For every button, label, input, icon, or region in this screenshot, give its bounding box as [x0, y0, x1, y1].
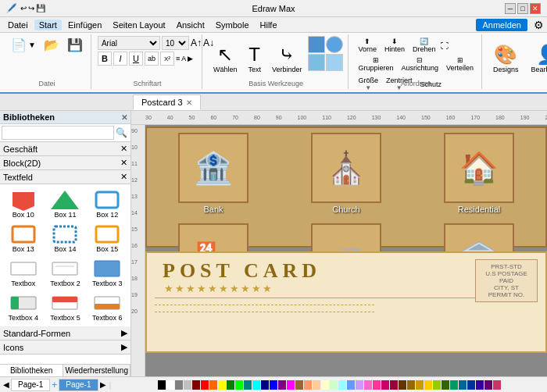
anmelden-button[interactable]: Anmelden — [476, 19, 527, 31]
page-tab-page1[interactable]: Page-1 — [11, 379, 50, 391]
hinten-button[interactable]: ⬇ Hinten — [381, 36, 408, 55]
color-swatch[interactable] — [476, 380, 484, 390]
color-swatch[interactable] — [467, 380, 475, 390]
new-button[interactable]: 📄 ▼ — [8, 36, 39, 54]
menu-hilfe[interactable]: Hilfe — [256, 20, 282, 30]
designs-button[interactable]: 🎨 Designs — [488, 36, 524, 81]
color-swatch[interactable] — [252, 380, 260, 390]
color-swatch[interactable] — [493, 380, 501, 390]
city-item-bank[interactable]: 🏦 Bank — [147, 128, 280, 219]
doc-tab-postcard3[interactable]: Postcard 3 ✕ — [133, 94, 201, 110]
menu-einfuegen[interactable]: Einfügen — [63, 20, 106, 30]
underline-button[interactable]: U — [129, 52, 143, 66]
lib-section-block2d[interactable]: Block(2D) ✕ — [0, 156, 130, 170]
increase-font-icon[interactable]: A↑ — [191, 37, 202, 48]
rect-tool[interactable] — [308, 36, 325, 53]
color-swatch[interactable] — [184, 380, 191, 390]
lib-section-textfeld[interactable]: Textfeld ✕ — [0, 170, 130, 184]
shape-textbox4[interactable]: Textbox 4 — [3, 290, 44, 323]
bearbeiten-button[interactable]: 👤 Bearbeiten — [527, 36, 547, 81]
doc-tab-close[interactable]: ✕ — [186, 98, 192, 107]
shape-box14[interactable]: Box 14 — [45, 222, 86, 255]
color-swatch[interactable] — [416, 380, 424, 390]
open-button[interactable]: 📂 — [41, 36, 63, 54]
color-swatch[interactable] — [235, 380, 243, 390]
shape-textbox6[interactable]: Textbox 6 — [87, 290, 127, 323]
color-swatch[interactable] — [450, 380, 458, 390]
expand-icon[interactable]: ⛶ — [441, 41, 449, 50]
vorne-button[interactable]: ⬆ Vorne — [355, 36, 380, 55]
color-icon[interactable]: A — [181, 55, 186, 62]
verteilen-button[interactable]: ⊞ Verteilen — [443, 55, 477, 73]
shape-box15[interactable]: Box 15 — [87, 222, 127, 255]
color-swatch[interactable] — [175, 380, 183, 390]
font-family-select[interactable]: Arial — [98, 36, 160, 50]
text-button[interactable]: T Text — [243, 36, 266, 81]
city-item-church[interactable]: ⛪ Church — [280, 128, 413, 219]
superscript-button[interactable]: X² — [160, 52, 174, 66]
drehen-button[interactable]: 🔄 Drehen — [409, 36, 439, 55]
color-swatch[interactable] — [390, 380, 398, 390]
strikethrough-button[interactable]: ab — [145, 52, 159, 66]
color-swatch[interactable] — [381, 380, 389, 390]
color-swatch[interactable] — [364, 380, 372, 390]
lib-section-geschaeft[interactable]: Geschäft ✕ — [0, 142, 130, 156]
menu-ansicht[interactable]: Ansicht — [172, 20, 209, 30]
shape-box13[interactable]: Box 13 — [3, 222, 44, 255]
list-icon[interactable]: ≡ — [176, 55, 180, 62]
save-icon[interactable]: 💾 — [36, 4, 45, 12]
maximize-button[interactable]: □ — [517, 3, 528, 14]
color-swatch[interactable] — [287, 380, 295, 390]
redo-icon[interactable]: ↪ — [28, 4, 34, 12]
star-tool[interactable] — [326, 54, 343, 71]
add-page-btn[interactable]: + — [52, 380, 57, 390]
color-swatch[interactable] — [330, 380, 338, 390]
lib-section-standard-formen[interactable]: Standard-Formen ▶ — [0, 326, 130, 340]
color-swatch[interactable] — [433, 380, 441, 390]
color-swatch[interactable] — [347, 380, 355, 390]
menu-datei[interactable]: Datei — [3, 20, 33, 30]
color-swatch[interactable] — [261, 380, 269, 390]
sidebar-collapse-icon[interactable]: ✕ — [121, 113, 127, 122]
color-swatch[interactable] — [158, 380, 166, 390]
postcard-bottom-card[interactable]: POST CARD ★★★★★★★★★★ PRST-STD U.S POSTAG… — [145, 251, 547, 353]
color-swatch[interactable] — [321, 380, 329, 390]
shape-box12[interactable]: Box 12 — [87, 187, 127, 220]
waehlen-button[interactable]: ↖ Wählen — [209, 36, 242, 81]
color-swatch[interactable] — [407, 380, 415, 390]
close-button[interactable]: ✕ — [530, 3, 541, 14]
shape-textbox2[interactable]: Textbox 2 — [45, 256, 86, 289]
prev-page-btn[interactable]: ◀ — [3, 380, 9, 389]
ausrichtung-button[interactable]: ⊟ Ausrichtung — [399, 55, 442, 73]
sidebar-btab-bibliotheken[interactable]: Bibliotheken — [0, 365, 63, 376]
shape-textbox5[interactable]: Textbox 5 — [45, 290, 86, 323]
save-ribbon-button[interactable]: 💾 — [64, 36, 86, 54]
color-swatch[interactable] — [338, 380, 346, 390]
settings-icon[interactable]: ⚙ — [534, 19, 544, 31]
color-swatch[interactable] — [192, 380, 200, 390]
text-color-icon[interactable]: ▶ — [188, 55, 193, 62]
color-swatch[interactable] — [227, 380, 234, 390]
color-swatch[interactable] — [313, 380, 320, 390]
oval-tool[interactable] — [326, 36, 343, 53]
shape-textbox1[interactable]: Textbox — [3, 256, 44, 289]
color-swatch[interactable] — [244, 380, 252, 390]
bold-button[interactable]: B — [98, 52, 112, 66]
minimize-button[interactable]: ─ — [505, 3, 516, 14]
triangle-tool[interactable] — [308, 54, 325, 71]
font-size-select[interactable]: 10 — [162, 36, 189, 50]
shape-textbox3[interactable]: Textbox 3 — [87, 256, 127, 289]
postcard-city-card[interactable]: 🏦 Bank ⛪ Church 🏠 Residential — [145, 127, 547, 248]
color-swatch[interactable] — [484, 380, 492, 390]
color-swatch[interactable] — [201, 380, 209, 390]
page-tab-active[interactable]: Page-1 — [59, 379, 98, 391]
verbinder-button[interactable]: ⤷ Verbinder — [267, 36, 307, 81]
color-swatch[interactable] — [270, 380, 277, 390]
italic-button[interactable]: I — [113, 52, 127, 66]
color-swatch[interactable] — [209, 380, 217, 390]
shape-box11[interactable]: Box 11 — [45, 187, 86, 220]
color-swatch[interactable] — [295, 380, 303, 390]
search-icon[interactable]: 🔍 — [114, 127, 129, 138]
color-swatch[interactable] — [356, 380, 363, 390]
sidebar-btab-wiederherstellung[interactable]: Wiederherstellung — [63, 365, 130, 376]
